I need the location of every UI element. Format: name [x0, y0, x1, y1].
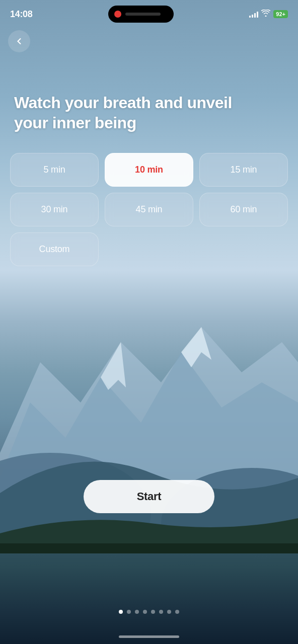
home-indicator — [119, 635, 179, 638]
page-dot-5 — [151, 610, 155, 614]
wifi-icon — [261, 10, 270, 19]
back-button[interactable] — [8, 30, 30, 52]
duration-30min[interactable]: 30 min — [10, 193, 99, 226]
page-dot-4 — [143, 610, 147, 614]
duration-grid: 5 min 10 min 15 min 30 min 45 min 60 min… — [0, 133, 298, 266]
island-bar — [125, 13, 161, 16]
duration-5min[interactable]: 5 min — [10, 153, 99, 187]
page-dot-1 — [119, 610, 123, 614]
page-dot-2 — [127, 610, 131, 614]
start-button[interactable]: Start — [84, 480, 214, 513]
battery-indicator: 92+ — [273, 10, 288, 18]
page-dot-8 — [175, 610, 179, 614]
duration-60min[interactable]: 60 min — [199, 193, 288, 226]
start-section: Start — [0, 480, 298, 513]
headline: Watch your breath and unveil your inner … — [14, 93, 256, 133]
status-right: 92+ — [249, 10, 288, 19]
duration-10min[interactable]: 10 min — [105, 153, 193, 187]
recording-indicator — [114, 11, 121, 18]
page-dot-6 — [159, 610, 163, 614]
duration-custom[interactable]: Custom — [10, 232, 99, 266]
main-content: Watch your breath and unveil your inner … — [0, 52, 298, 133]
duration-15min[interactable]: 15 min — [199, 153, 288, 187]
dynamic-island — [108, 6, 174, 23]
status-bar: 14:08 92+ — [0, 0, 298, 26]
svg-rect-6 — [0, 543, 298, 553]
page-dots — [0, 610, 298, 614]
duration-45min[interactable]: 45 min — [105, 193, 193, 226]
status-time: 14:08 — [10, 9, 33, 20]
page-dot-3 — [135, 610, 139, 614]
signal-icon — [249, 11, 258, 18]
page-dot-7 — [167, 610, 171, 614]
